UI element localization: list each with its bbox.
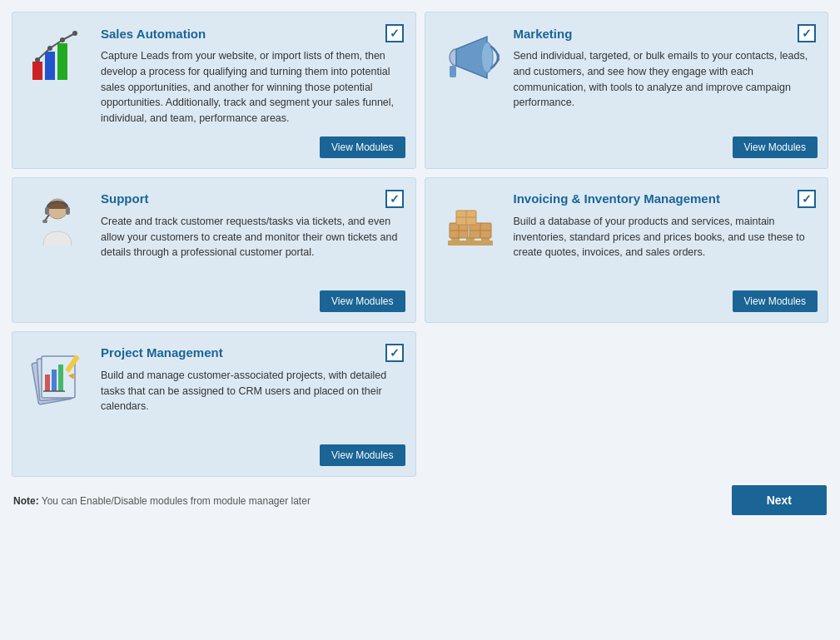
support-view-modules-button[interactable]: View Modules [320,290,405,312]
sales-icon [24,24,91,91]
cards-grid: Sales Automation Capture Leads from your… [12,12,828,477]
support-title: Support [101,190,404,208]
marketing-content: Marketing Send individual, targeted, or … [514,24,817,111]
marketing-icon [437,24,504,91]
svg-rect-13 [66,207,70,215]
sales-automation-content: Sales Automation Capture Leads from your… [101,24,404,127]
marketing-view-modules-button[interactable]: View Modules [733,136,818,158]
project-management-checkbox[interactable] [385,344,404,362]
note-text: You can Enable/Disable modules from modu… [42,495,311,507]
svg-rect-2 [57,43,67,80]
marketing-title: Marketing [514,24,817,42]
project-management-title: Project Management [101,344,404,362]
invoicing-desc: Build a database of your products and se… [514,214,817,260]
marketing-card: Marketing Send individual, targeted, or … [425,12,829,169]
sales-automation-checkbox[interactable] [385,24,404,42]
sales-automation-card: Sales Automation Capture Leads from your… [12,12,416,169]
svg-rect-12 [45,207,49,215]
svg-point-6 [72,31,77,36]
svg-rect-10 [450,66,456,77]
support-card: Support Create and track customer reques… [12,177,416,323]
project-management-desc: Build and manage customer-associated pro… [101,368,404,414]
invoicing-view-modules-button[interactable]: View Modules [733,290,818,312]
marketing-checkbox[interactable] [798,24,816,42]
svg-point-3 [35,57,40,62]
invoicing-title: Invoicing & Inventory Management [514,190,817,208]
svg-rect-33 [52,370,57,391]
note: Note: You can Enable/Disable modules fro… [13,493,311,508]
project-icon [24,344,91,410]
svg-point-5 [60,37,65,42]
next-button[interactable]: Next [732,485,827,515]
sales-automation-desc: Capture Leads from your website, or impo… [101,48,404,127]
invoicing-content: Invoicing & Inventory Management Build a… [514,190,817,260]
footer: Note: You can Enable/Disable modules fro… [12,485,828,515]
svg-rect-0 [32,62,42,80]
support-content: Support Create and track customer reques… [101,190,404,260]
svg-point-4 [47,46,52,51]
project-management-card: Project Management Build and manage cust… [12,331,416,477]
project-management-view-modules-button[interactable]: View Modules [320,444,405,466]
note-label: Note: [13,495,39,507]
support-desc: Create and track customer requests/tasks… [101,214,404,260]
svg-line-14 [45,215,49,221]
sales-automation-title: Sales Automation [101,24,404,42]
marketing-desc: Send individual, targeted, or bulk email… [514,48,817,111]
invoicing-card: Invoicing & Inventory Management Build a… [425,177,829,323]
invoicing-checkbox[interactable] [798,190,816,208]
svg-rect-32 [45,375,50,391]
support-icon [24,190,91,256]
sales-automation-view-modules-button[interactable]: View Modules [320,136,405,158]
project-management-content: Project Management Build and manage cust… [101,344,404,414]
inventory-icon [437,190,504,256]
support-checkbox[interactable] [385,190,404,208]
svg-rect-15 [42,220,47,223]
svg-rect-34 [58,365,63,391]
svg-rect-1 [45,52,55,80]
